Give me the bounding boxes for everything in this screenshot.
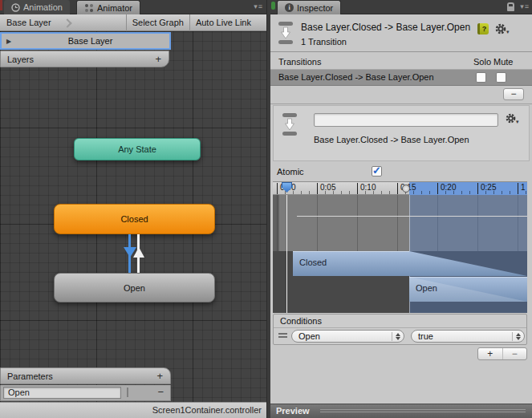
tick-label: 0:25 bbox=[477, 183, 496, 194]
window-menu-icon[interactable]: ▾≡ bbox=[254, 2, 263, 10]
transition-start-handle[interactable] bbox=[402, 185, 410, 193]
transition-list-row[interactable]: Base Layer.Closed -> Base Layer.Open bbox=[270, 69, 532, 86]
preview-title: Preview bbox=[276, 406, 310, 416]
tab-animator-label: Animator bbox=[97, 3, 132, 13]
transition-arrowhead-up-icon bbox=[133, 247, 144, 258]
transition-name-input[interactable] bbox=[314, 113, 498, 127]
layers-panel-header: Layers + bbox=[0, 51, 169, 67]
inspector-tabbar: i Inspector ▾≡ bbox=[270, 0, 532, 14]
condition-row: Open true bbox=[274, 328, 526, 344]
atomic-label: Atomic bbox=[277, 167, 304, 177]
tab-animator[interactable]: Animator bbox=[76, 0, 140, 14]
open-bar-label: Open bbox=[416, 283, 437, 293]
state-node-any-state[interactable]: Any State bbox=[74, 138, 201, 160]
gear-glyph bbox=[495, 23, 506, 34]
help-icon[interactable]: ? bbox=[477, 23, 489, 34]
transitions-section-title: Transitions bbox=[278, 57, 321, 67]
preview-drag-grip[interactable] bbox=[320, 409, 526, 414]
unity-editor: Animation Animator ▾≡ Base Layer Select … bbox=[0, 0, 532, 418]
condition-parameter-value: Open bbox=[298, 331, 320, 341]
transition-count: 1 Transition bbox=[301, 37, 347, 47]
condition-parameter-dropdown[interactable]: Open bbox=[291, 330, 404, 343]
drag-handle-icon[interactable] bbox=[278, 333, 287, 338]
transition-detail-label: Base Layer.Closed -> Base Layer.Open bbox=[314, 135, 469, 144]
condition-value-dropdown[interactable]: true bbox=[411, 330, 525, 343]
parameters-panel-header: Parameters + bbox=[0, 367, 171, 384]
transition-detail-box: ▾ Base Layer.Closed -> Base Layer.Open bbox=[273, 105, 530, 161]
tab-inspector[interactable]: i Inspector bbox=[277, 0, 341, 14]
gear-glyph bbox=[506, 113, 516, 124]
state-node-open[interactable]: Open bbox=[54, 273, 215, 302]
window-menu-icon[interactable]: ▾≡ bbox=[520, 2, 530, 10]
breadcrumb: Base Layer Select Graph Auto Live Link bbox=[0, 14, 266, 31]
parameter-name-field[interactable]: Open bbox=[3, 387, 121, 399]
solo-checkbox[interactable] bbox=[476, 72, 486, 83]
timeline-body[interactable]: Closed Open bbox=[273, 195, 527, 313]
tick-label: 0:10 bbox=[357, 183, 376, 194]
tick-label: 0:20 bbox=[437, 183, 456, 194]
condition-add-remove-buttons: + − bbox=[477, 347, 527, 360]
settings-gear-icon[interactable]: ▾ bbox=[506, 113, 519, 125]
condition-value: true bbox=[418, 331, 433, 341]
inspector-header: Base Layer.Closed -> Base Layer.Open 1 T… bbox=[270, 14, 532, 52]
playhead-line bbox=[286, 195, 287, 313]
inspector-panel: i Inspector ▾≡ Base Layer.Closed -> Base… bbox=[270, 0, 532, 418]
lock-icon[interactable] bbox=[507, 6, 514, 11]
mute-checkbox[interactable] bbox=[496, 72, 506, 83]
conditions-section: Conditions Open true bbox=[273, 314, 527, 345]
settings-gear-icon[interactable]: ▾ bbox=[495, 23, 510, 35]
timeline-mid-line bbox=[297, 216, 527, 217]
tab-animation-label: Animation bbox=[23, 2, 63, 12]
dropdown-arrows-icon bbox=[392, 332, 400, 341]
window-edge-decoration bbox=[0, 0, 2, 10]
solo-column-label: Solo bbox=[473, 57, 491, 67]
layer-item-base-layer[interactable]: ▶ Base Layer bbox=[0, 32, 171, 50]
atomic-checkbox[interactable] bbox=[372, 166, 382, 177]
animator-icon bbox=[84, 3, 94, 13]
separator bbox=[270, 103, 532, 104]
remove-parameter-button[interactable]: − bbox=[157, 386, 164, 398]
parameters-panel-title: Parameters bbox=[1, 371, 156, 381]
transition-icon bbox=[277, 20, 294, 46]
transition-row-label: Base Layer.Closed -> Base Layer.Open bbox=[278, 72, 434, 82]
select-graph-button[interactable]: Select Graph bbox=[126, 14, 189, 31]
remove-condition-button[interactable]: − bbox=[503, 348, 527, 359]
timeline-ruler[interactable]: 0:00 0:05 0:10 0:15 0:20 0:25 1 bbox=[273, 182, 527, 195]
breadcrumb-chevron-icon bbox=[63, 18, 71, 27]
layer-item-label: Base Layer bbox=[11, 36, 169, 46]
transition-title: Base Layer.Closed -> Base Layer.Open bbox=[301, 22, 470, 33]
closed-bar-label: Closed bbox=[299, 258, 327, 267]
add-parameter-button[interactable]: + bbox=[156, 370, 170, 382]
transition-icon bbox=[281, 112, 298, 137]
breadcrumb-base-layer[interactable]: Base Layer bbox=[0, 18, 51, 27]
window-edge-decoration bbox=[271, 2, 275, 10]
tab-animation[interactable]: Animation bbox=[4, 0, 70, 14]
animator-tabbar: Animation Animator ▾≡ bbox=[0, 0, 266, 14]
add-condition-button[interactable]: + bbox=[478, 348, 503, 359]
state-node-label: Closed bbox=[120, 214, 148, 224]
state-node-closed[interactable]: Closed bbox=[54, 204, 215, 234]
gear-caret-icon: ▾ bbox=[516, 119, 519, 125]
add-layer-button[interactable]: + bbox=[155, 53, 169, 65]
conditions-title: Conditions bbox=[274, 315, 526, 328]
animator-status-bar: Screen1Container.controller bbox=[0, 402, 266, 418]
mute-column-label: Mute bbox=[493, 57, 513, 67]
parameter-row-open: Open − bbox=[0, 385, 171, 401]
transition-timeline[interactable]: Closed Open 0:00 0:05 0:10 0:15 0:20 0:2… bbox=[273, 181, 527, 312]
clock-icon bbox=[11, 3, 20, 12]
preview-bar[interactable]: Preview bbox=[270, 404, 532, 418]
tick-label: 0:05 bbox=[317, 183, 335, 194]
tick-label: 1 bbox=[518, 183, 526, 194]
remove-transition-button[interactable]: − bbox=[503, 88, 524, 100]
layers-panel-title: Layers bbox=[1, 55, 155, 64]
state-node-label: Open bbox=[124, 283, 145, 293]
auto-live-link-button[interactable]: Auto Live Link bbox=[189, 14, 257, 31]
dropdown-arrows-icon bbox=[512, 332, 521, 341]
info-icon: i bbox=[285, 3, 294, 12]
gear-caret-icon: ▾ bbox=[506, 29, 510, 35]
parameter-bool-checkbox[interactable] bbox=[127, 387, 128, 398]
tab-inspector-label: Inspector bbox=[297, 3, 333, 13]
state-node-label: Any State bbox=[118, 144, 156, 154]
